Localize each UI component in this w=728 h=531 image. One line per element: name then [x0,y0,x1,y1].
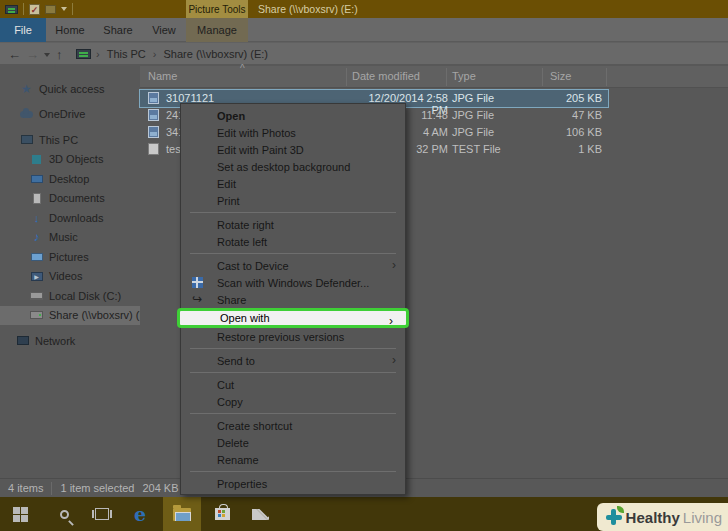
menu-item-scan-with-windows-defender[interactable]: Scan with Windows Defender... [181,274,405,291]
menu-separator [190,413,396,414]
sidebar-item-documents[interactable]: Documents [0,189,140,209]
menu-item-open-with[interactable]: Open with› [177,308,409,328]
sidebar-item-network[interactable]: Network [0,331,140,351]
sidebar-item-quick-access[interactable]: ★ Quick access [0,79,140,99]
menu-item-label: Rename [217,454,259,466]
tab-home[interactable]: Home [46,18,94,42]
leaf-icon [617,506,624,513]
customize-toolbar-caret-icon[interactable] [61,7,67,11]
file-size: 1 KB [538,143,602,155]
column-divider[interactable] [542,68,543,86]
column-header-date[interactable]: Date modified [352,70,420,82]
menu-item-properties[interactable]: Properties [181,475,405,492]
tab-view[interactable]: View [142,18,186,42]
menu-item-edit[interactable]: Edit [181,175,405,192]
sidebar-item-label: Videos [49,270,82,282]
new-folder-quick-icon[interactable] [45,5,56,14]
menu-item-label: Open [217,110,245,122]
sort-ascending-caret-icon: ^ [240,63,245,74]
menu-separator [190,372,396,373]
menu-item-rotate-left[interactable]: Rotate left [181,233,405,250]
menu-item-print[interactable]: Print [181,192,405,209]
picture-icon [30,253,43,261]
column-divider[interactable] [606,68,607,86]
menu-item-cast-to-device[interactable]: Cast to Device› [181,257,405,274]
file-explorer-taskbar-button[interactable] [170,502,194,526]
sidebar-item-local-disk-c[interactable]: Local Disk (C:) [0,286,140,306]
up-icon[interactable]: ↑ [56,43,63,65]
tab-manage[interactable]: Manage [186,18,248,42]
menu-item-restore-previous-versions[interactable]: Restore previous versions [181,328,405,345]
breadcrumb-this-pc[interactable]: This PC [107,48,146,60]
recent-locations-caret-icon[interactable] [44,53,50,57]
tab-share[interactable]: Share [94,18,142,42]
menu-item-open[interactable]: Open [181,107,405,124]
column-header-size[interactable]: Size [550,70,571,82]
sidebar-item-music[interactable]: ♪ Music [0,228,140,248]
edge-taskbar-button[interactable]: e [128,502,152,526]
picture-tools-contextual-tab[interactable]: Picture Tools [186,0,248,18]
video-icon: ▶ [30,272,43,281]
sidebar-item-3d-objects[interactable]: 3D Objects [0,150,140,170]
menu-separator [190,253,396,254]
menu-item-set-as-desktop-background[interactable]: Set as desktop background [181,158,405,175]
sidebar-item-desktop[interactable]: Desktop [0,169,140,189]
menu-item-edit-with-photos[interactable]: Edit with Photos [181,124,405,141]
start-button[interactable] [8,502,32,526]
breadcrumb-current-folder[interactable]: Share (\\vboxsrv) (E:) [163,48,268,60]
selection-count: 1 item selected [60,482,134,494]
file-type: JPG File [452,109,494,121]
menu-item-label: Open with [220,312,270,324]
forward-icon[interactable]: → [26,43,39,65]
menu-item-share[interactable]: ↪Share [181,291,405,308]
store-taskbar-button[interactable] [210,502,234,526]
file-type: TEST File [452,143,501,155]
menu-item-create-shortcut[interactable]: Create shortcut [181,417,405,434]
sidebar-item-label: 3D Objects [49,153,103,165]
edge-browser-icon: e [134,503,146,525]
menu-item-delete[interactable]: Delete [181,434,405,451]
mail-taskbar-button[interactable] [248,502,272,526]
healthy-living-watermark: Healthy Living [597,503,728,531]
menu-item-label: Delete [217,437,249,449]
breadcrumb: › This PC › Share (\\vboxsrv) (E:) [96,43,268,65]
tab-file[interactable]: File [0,18,46,42]
explorer-app-icon [5,5,18,14]
menu-item-label: Cast to Device [217,260,289,272]
sidebar-item-pictures[interactable]: Pictures [0,247,140,267]
menu-item-cut[interactable]: Cut [181,376,405,393]
watermark-text-light: Living [683,509,722,526]
menu-item-copy[interactable]: Copy [181,393,405,410]
drive-breadcrumb-icon [76,49,91,59]
column-header-name[interactable]: Name [148,70,177,82]
menu-item-label: Properties [217,478,267,490]
sidebar-item-downloads[interactable]: ↓ Downloads [0,208,140,228]
taskbar-search-button[interactable] [52,502,76,526]
network-icon [16,336,29,345]
jpg-file-icon [148,126,159,138]
menu-item-rename[interactable]: Rename [181,451,405,468]
watermark-text-bold: Healthy [626,509,680,526]
sidebar-item-onedrive[interactable]: OneDrive [0,105,140,125]
sidebar-item-this-pc[interactable]: This PC [0,130,140,150]
toolbar-divider [23,3,24,15]
column-divider[interactable] [446,68,447,86]
menu-item-edit-with-paint-3d[interactable]: Edit with Paint 3D [181,141,405,158]
menu-item-rotate-right[interactable]: Rotate right [181,216,405,233]
back-icon[interactable]: ← [8,43,21,65]
properties-quick-icon[interactable]: ✓ [29,4,40,15]
column-header-type[interactable]: Type [452,70,476,82]
sidebar-item-share-vboxsrv[interactable]: Share (\\vboxsrv) (E [0,306,140,326]
address-bar: ← → ↑ › This PC › Share (\\vboxsrv) (E:) [0,42,728,64]
generic-file-icon [148,143,159,155]
title-bar: ✓ Picture Tools Share (\\vboxsrv) (E:) [0,0,728,18]
column-divider[interactable] [346,68,347,86]
sidebar-item-label: This PC [39,134,78,146]
menu-item-send-to[interactable]: Send to› [181,352,405,369]
file-type: JPG File [452,92,494,104]
task-view-button[interactable] [90,502,114,526]
network-drive-icon [30,311,43,319]
selection-size: 204 KB [142,482,178,494]
submenu-chevron-icon: › [389,314,393,328]
sidebar-item-videos[interactable]: ▶ Videos [0,267,140,287]
